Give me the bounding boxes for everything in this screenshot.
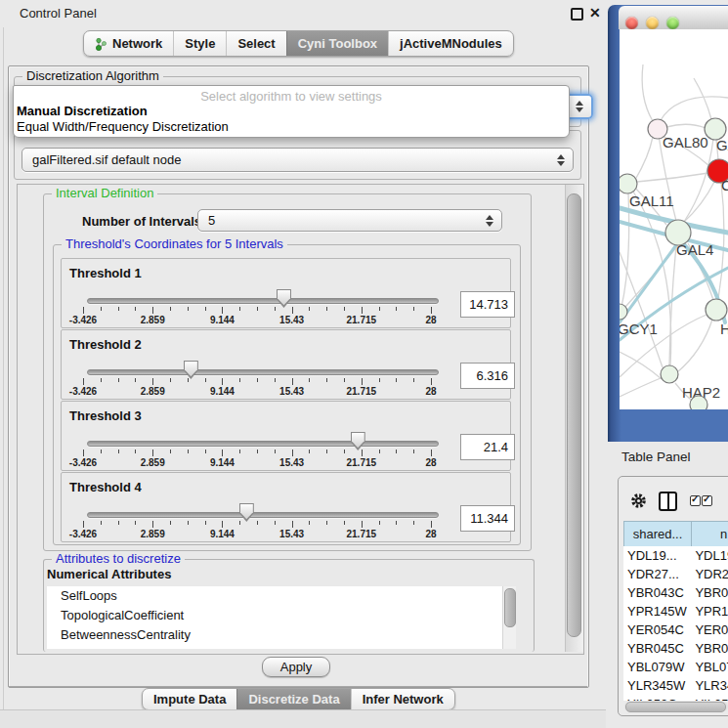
tick-label: 28 (425, 386, 436, 397)
table-horizontal-scrollbar-thumb[interactable] (625, 702, 726, 712)
threshold-1-value-field[interactable]: 14.713 (460, 291, 515, 318)
table-row[interactable]: YDR27...YDR27... (623, 565, 728, 583)
window-left-edge (3, 27, 4, 728)
table-row[interactable]: YER054CYER054C (623, 621, 728, 639)
network-edge[interactable] (620, 378, 661, 397)
network-node-label: GAL80 (663, 134, 708, 150)
attributes-list-scrollbar-thumb[interactable] (504, 588, 516, 627)
interval-definition-group-title: Interval Definition (52, 187, 157, 200)
combo-stepper-icon[interactable] (576, 101, 583, 112)
table-data-combo[interactable]: galFiltered.sif default node (21, 148, 574, 172)
cell-shared-name[interactable]: YDR27... (623, 567, 691, 581)
mac-zoom-button[interactable] (666, 17, 679, 29)
list-item-selfloops[interactable]: SelfLoops (47, 586, 514, 606)
attributes-list-scrollbar[interactable] (502, 586, 516, 649)
tick-label: 15.43 (279, 529, 304, 539)
tab-infer-network[interactable]: Infer Network (351, 689, 454, 709)
tab-impute-data[interactable]: Impute Data (143, 689, 236, 709)
table-data-combo-value: galFiltered.sif default node (32, 152, 181, 167)
network-edge[interactable] (684, 139, 713, 222)
cell-name[interactable]: YPR145W (691, 604, 728, 619)
cell-shared-name[interactable]: YBR045C (623, 641, 691, 656)
network-edge[interactable] (694, 78, 711, 119)
cell-shared-name[interactable]: YBL079W (623, 660, 691, 674)
combo-stepper-icon[interactable] (557, 154, 565, 166)
network-edge[interactable] (620, 352, 662, 379)
cell-shared-name[interactable]: YER054C (623, 622, 691, 637)
discretization-algorithm-group-title: Discretization Algorithm (22, 69, 163, 83)
combo-stepper-icon[interactable] (486, 215, 493, 227)
threshold-3-slider-thumb[interactable] (351, 432, 365, 450)
cell-shared-name[interactable]: YBR043C (623, 585, 691, 600)
gear-icon[interactable] (629, 492, 648, 513)
cell-name[interactable]: YDR27... (691, 567, 728, 581)
tab-jactivemnodules[interactable]: jActiveMNodules (388, 31, 513, 56)
checkbox-icon[interactable] (702, 495, 712, 506)
network-node-hap2[interactable] (661, 365, 678, 383)
network-node-label: GAL4 (676, 241, 713, 258)
network-edge[interactable] (718, 183, 724, 299)
vertical-scrollbar-thumb[interactable] (567, 193, 581, 637)
column-header-shared-name[interactable]: shared... (623, 521, 692, 547)
threshold-2-slider-thumb[interactable] (184, 361, 198, 379)
threshold-4-value-field[interactable]: 11.344 (460, 505, 515, 532)
table-row[interactable]: YDL19...YDL19... (623, 546, 728, 565)
tab-cyni-toolbox[interactable]: Cyni Toolbox (286, 31, 388, 56)
tick-label: 21.715 (347, 315, 377, 325)
table-horizontal-scrollbar[interactable] (624, 702, 728, 711)
cell-shared-name[interactable]: YLR345W (623, 678, 691, 693)
screenshot-root: Control Panel ✕ Network Style Select Cyn… (0, 0, 728, 728)
network-edge[interactable] (661, 97, 728, 120)
network-node-h[interactable] (706, 299, 727, 321)
number-of-intervals-value: 5 (208, 213, 215, 228)
cell-name[interactable]: YBR045C (691, 641, 728, 656)
apply-button[interactable]: Apply (262, 657, 330, 677)
cell-shared-name[interactable]: YDL19... (623, 548, 691, 563)
tick-label: -3.426 (69, 529, 97, 539)
network-edge[interactable] (642, 64, 653, 121)
network-canvas[interactable]: GAL80GALCGAL11GAL4GCY1HHAP2 (620, 29, 728, 409)
mac-minimize-button[interactable] (646, 17, 659, 29)
network-window-titlebar[interactable] (619, 6, 728, 29)
tab-network[interactable]: Network (84, 31, 173, 56)
table-row[interactable]: YLR345WYLR345W (623, 676, 728, 695)
split-table-icon[interactable] (659, 492, 677, 511)
column-header-name[interactable]: n (691, 521, 728, 547)
popup-option-equal-width-frequency[interactable]: Equal Width/Frequency Discretization (17, 119, 229, 134)
cell-name[interactable]: YBR043C (691, 585, 728, 600)
float-window-icon[interactable] (571, 8, 583, 21)
cell-shared-name[interactable]: YIL052C (623, 697, 691, 701)
network-edge[interactable] (635, 137, 653, 180)
threshold-4-slider-thumb[interactable] (239, 503, 254, 522)
threshold-3-value-field[interactable]: 21.4 (460, 434, 515, 460)
network-node-gal11[interactable] (620, 174, 637, 193)
list-item-topologicalcoefficient[interactable]: TopologicalCoefficient (47, 606, 514, 625)
popup-option-manual-discretization[interactable]: Manual Discretization (17, 104, 148, 118)
network-edge[interactable] (666, 124, 706, 128)
table-row[interactable]: YIL052CYIL052C (623, 695, 728, 701)
cell-shared-name[interactable]: YPR145W (623, 604, 691, 619)
cell-name[interactable]: YLR345W (691, 678, 728, 693)
panel-bottom-divider (8, 686, 587, 687)
cell-name[interactable]: YER054C (691, 622, 728, 637)
threshold-2-value-field[interactable]: 6.316 (460, 363, 515, 389)
network-node[interactable] (690, 396, 707, 409)
cell-name[interactable]: YBL079W (691, 660, 728, 674)
tab-select[interactable]: Select (226, 31, 285, 56)
mac-close-button[interactable] (625, 17, 638, 29)
cell-name[interactable]: YIL052C (691, 697, 728, 701)
network-edge[interactable] (637, 173, 708, 182)
checkbox-icon[interactable] (690, 495, 701, 506)
close-icon[interactable]: ✕ (589, 5, 601, 21)
list-item-betweennesscentrality[interactable]: BetweennessCentrality (47, 625, 514, 645)
number-of-intervals-combo[interactable]: 5 (197, 209, 502, 232)
cell-name[interactable]: YDL19... (691, 548, 728, 563)
table-row[interactable]: YBR043CYBR043C (623, 583, 728, 602)
table-row[interactable]: YBL079WYBL079W (623, 658, 728, 676)
threshold-1-slider-thumb[interactable] (277, 289, 291, 308)
table-row[interactable]: YBR045CYBR045C (623, 639, 728, 658)
tab-style[interactable]: Style (173, 31, 226, 56)
table-row[interactable]: YPR145WYPR145W (623, 602, 728, 621)
tab-discretize-data[interactable]: Discretize Data (236, 689, 350, 709)
top-tab-strip: Network Style Select Cyni Toolbox jActiv… (83, 30, 514, 57)
